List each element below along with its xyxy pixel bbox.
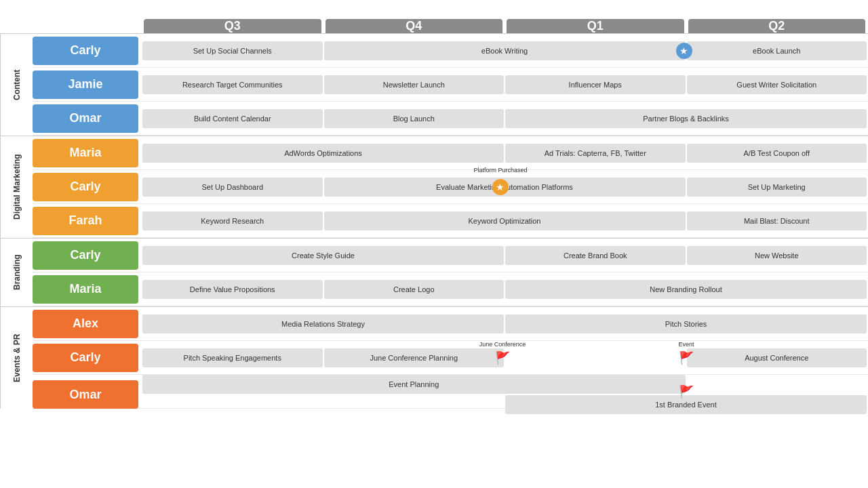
person-name: Alex — [33, 310, 138, 338]
row: CarlyPitch Speaking EngagementsJune Conf… — [33, 341, 868, 375]
person-name: Farah — [33, 207, 138, 235]
row: MariaAdWords OptimizationsAd Trials: Cap… — [33, 136, 868, 170]
row: CarlySet Up Social ChannelseBook Writing… — [33, 34, 868, 68]
section-label: Digital Marketing — [0, 136, 33, 238]
person-name: Maria — [33, 139, 138, 167]
task-bar: August Conference — [687, 348, 867, 367]
task-bar: Ad Trials: Capterra, FB, Twitter — [505, 144, 686, 163]
milestone-marker: ★ — [676, 43, 692, 59]
task-bar: Create Brand Book — [505, 246, 686, 265]
task-bar: Create Style Guide — [142, 246, 504, 265]
section-label: Events & PR — [0, 307, 33, 409]
row: MariaDefine Value PropositionsCreate Log… — [33, 272, 868, 306]
task-bar: Research Target Communities — [142, 75, 323, 94]
task-bar: Set Up Social Channels — [142, 41, 323, 60]
row: CarlyCreate Style GuideCreate Brand Book… — [33, 239, 868, 272]
row: OmarBuild Content CalendarBlog LaunchPar… — [33, 102, 868, 136]
task-bar: Build Content Calendar — [142, 109, 323, 128]
task-bar: June Conference Planning — [324, 348, 505, 367]
flag-marker: 🚩 — [679, 386, 694, 398]
section-digital-marketing: Digital MarketingMariaAdWords Optimizati… — [0, 136, 868, 238]
task-bar: Newsletter Launch — [324, 75, 505, 94]
section-label: Content — [0, 34, 33, 136]
person-name: Omar — [33, 104, 138, 133]
task-bar: Event Planning — [142, 375, 686, 394]
task-bar: Create Logo — [324, 280, 505, 299]
flag-marker: Event🚩 — [679, 352, 694, 364]
task-bar: AdWords Optimizations — [142, 144, 504, 163]
task-bar: eBook Launch — [687, 41, 867, 60]
row: OmarEvent Planning1st Branded Event🚩 — [33, 375, 868, 409]
section-events-&-pr: Events & PRAlexMedia Relations StrategyP… — [0, 306, 868, 409]
person-name: Omar — [33, 380, 138, 409]
task-bar: Partner Blogs & Backlinks — [505, 109, 867, 128]
row: FarahKeyword ResearchKeyword Optimizatio… — [33, 204, 868, 238]
quarter-header-q4: Q4 — [326, 19, 503, 33]
task-bar: Blog Launch — [324, 109, 505, 128]
task-bar: eBook Writing — [324, 41, 686, 60]
row: JamieResearch Target CommunitiesNewslett… — [33, 68, 868, 102]
page-title — [0, 0, 868, 19]
task-bar: Influencer Maps — [505, 75, 686, 94]
section-branding: BrandingCarlyCreate Style GuideCreate Br… — [0, 238, 868, 306]
person-name: Carly — [33, 241, 138, 270]
person-name: Maria — [33, 275, 138, 304]
task-bar: Keyword Optimization — [324, 211, 686, 230]
roadmap-container: Q3Q4Q1Q2 ContentCarlySet Up Social Chann… — [0, 19, 868, 409]
task-bar: Guest Writer Solicitation — [687, 75, 867, 94]
person-name: Jamie — [33, 70, 138, 99]
task-bar: Mail Blast: Discount — [687, 211, 867, 230]
task-bar: Keyword Research — [142, 211, 323, 230]
task-bar: New Branding Rollout — [505, 280, 867, 299]
person-name: Carly — [33, 173, 138, 201]
task-bar: A/B Test Coupon off — [687, 144, 867, 163]
task-bar: Media Relations Strategy — [142, 314, 504, 333]
section-content: ContentCarlySet Up Social ChannelseBook … — [0, 33, 868, 136]
person-name: Carly — [33, 344, 138, 372]
task-bar: Define Value Propositions — [142, 280, 323, 299]
task-bar: New Website — [687, 246, 867, 265]
row: AlexMedia Relations StrategyPitch Storie… — [33, 307, 868, 341]
quarter-header-q3: Q3 — [144, 19, 321, 33]
task-bar: Set Up Marketing — [687, 178, 867, 197]
person-name: Carly — [33, 37, 138, 65]
milestone-marker: ★Platform Purchased — [492, 179, 509, 195]
section-label: Branding — [0, 239, 33, 306]
task-bar: Set Up Dashboard — [142, 178, 323, 197]
task-bar: Pitch Stories — [505, 314, 867, 333]
quarter-header-q2: Q2 — [688, 19, 866, 33]
flag-marker: June Conference🚩 — [495, 352, 510, 364]
quarter-header-q1: Q1 — [507, 19, 684, 33]
row: CarlySet Up DashboardEvaluate Marketing … — [33, 170, 868, 204]
task-bar: Pitch Speaking Engagements — [142, 348, 323, 367]
